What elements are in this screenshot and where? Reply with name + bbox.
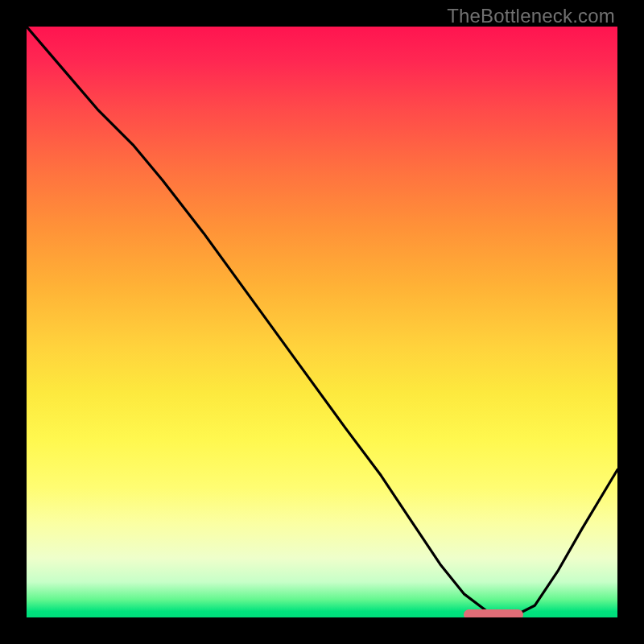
watermark-text: TheBottleneck.com xyxy=(447,5,615,27)
plot-area xyxy=(27,27,617,617)
chart-curve xyxy=(27,27,617,617)
optimal-marker xyxy=(464,609,522,617)
chart-frame: TheBottleneck.com xyxy=(0,0,644,644)
curve-layer xyxy=(27,27,617,617)
